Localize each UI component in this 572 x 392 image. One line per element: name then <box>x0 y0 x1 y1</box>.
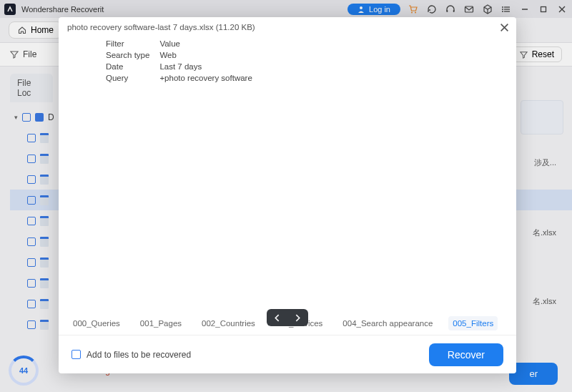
preview-val: +photo recovery software <box>155 73 256 83</box>
preview-val: Web <box>155 50 256 60</box>
preview-key: Search type <box>102 50 154 60</box>
sheet-tabs: 000_Queries 001_Pages 002_Countries 003_… <box>59 312 516 335</box>
preview-key: Query <box>102 73 154 83</box>
prev-tab-button[interactable] <box>274 314 280 322</box>
tab-filters[interactable]: 005_Filters <box>448 316 498 330</box>
checkbox[interactable] <box>72 350 81 359</box>
preview-val: Last 7 days <box>155 62 256 72</box>
tab-countries[interactable]: 002_Countries <box>197 316 260 330</box>
modal-footer: Add to files to be recovered Recover <box>59 335 516 373</box>
preview-key: Date <box>102 62 154 72</box>
recover-button[interactable]: Recover <box>429 343 503 366</box>
modal-title: photo recovery software-last 7 days.xlsx… <box>59 17 516 34</box>
tab-queries[interactable]: 000_Queries <box>69 316 124 330</box>
preview-header-value: Value <box>155 39 256 49</box>
preview-content: FilterValue Search typeWeb DateLast 7 da… <box>59 34 516 312</box>
add-to-recover-checkbox[interactable]: Add to files to be recovered <box>72 350 191 360</box>
close-button[interactable] <box>500 23 509 32</box>
tab-pages[interactable]: 001_Pages <box>136 316 186 330</box>
add-to-recover-label: Add to files to be recovered <box>87 350 191 360</box>
tab-nav <box>267 309 308 326</box>
close-icon <box>500 23 509 32</box>
tab-search-appearance[interactable]: 004_Search appearance <box>338 316 437 330</box>
preview-header-filter: Filter <box>102 39 154 49</box>
file-preview-modal: photo recovery software-last 7 days.xlsx… <box>59 17 516 373</box>
next-tab-button[interactable] <box>295 314 301 322</box>
